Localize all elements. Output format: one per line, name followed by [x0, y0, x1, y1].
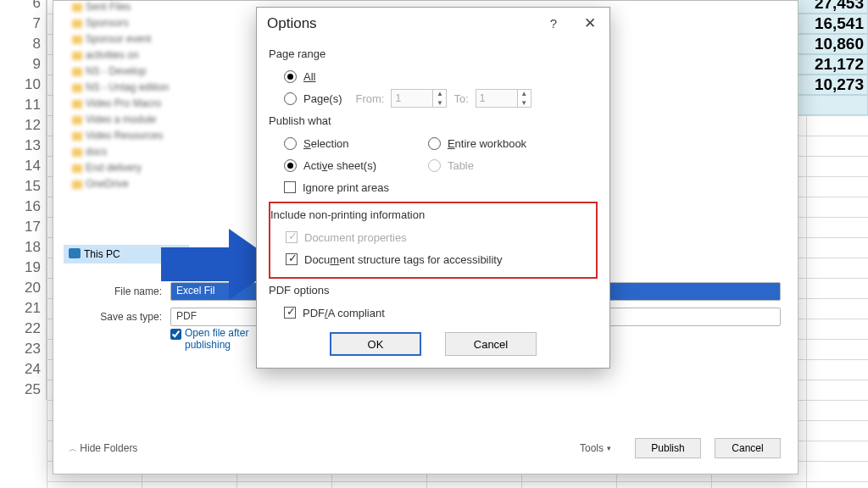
folder-item[interactable]: OneDrive: [67, 178, 186, 194]
radio-table: Table: [428, 154, 526, 176]
folder-item[interactable]: Video Resources: [67, 130, 186, 146]
cell[interactable]: 16,541: [793, 14, 868, 34]
row-header[interactable]: 23: [0, 339, 47, 359]
dialog-title: Options: [267, 15, 317, 32]
close-icon[interactable]: ✕: [581, 14, 599, 32]
save-type-label: Save as type:: [87, 311, 170, 323]
row-header[interactable]: 13: [0, 136, 47, 156]
radio-entire-workbook[interactable]: Entire workbook: [428, 132, 526, 154]
row-header[interactable]: 20: [0, 278, 47, 298]
row-header[interactable]: 12: [0, 115, 47, 136]
row-header[interactable]: 24: [0, 359, 47, 380]
row-header[interactable]: 22: [0, 319, 47, 339]
to-label: To:: [453, 92, 468, 105]
cell[interactable]: 10,860: [793, 34, 868, 54]
row-header[interactable]: 17: [0, 217, 47, 237]
cell[interactable]: 10,273: [793, 75, 868, 95]
nonprint-title: Include non-printing information: [270, 208, 593, 221]
cell[interactable]: [793, 95, 868, 115]
tools-menu[interactable]: Tools▾: [580, 442, 611, 454]
sidebar-item-this-pc[interactable]: This PC: [64, 245, 189, 263]
folder-item[interactable]: NS - Develop: [67, 65, 186, 81]
highlighted-section: Include non-printing information Documen…: [269, 202, 598, 279]
help-icon[interactable]: ?: [550, 16, 557, 30]
row-header[interactable]: 11: [0, 95, 47, 115]
folder-item[interactable]: docs: [67, 146, 186, 162]
to-spinner[interactable]: ▲▼: [476, 89, 531, 108]
folder-item[interactable]: End delivery: [67, 162, 186, 178]
folder-item[interactable]: activities on: [67, 49, 186, 65]
row-header[interactable]: 10: [0, 75, 47, 95]
folder-item[interactable]: Sponsors: [67, 17, 186, 33]
ok-button[interactable]: OK: [330, 332, 421, 356]
row-header[interactable]: 25: [0, 380, 47, 400]
row-header[interactable]: 14: [0, 156, 47, 176]
folder-tree[interactable]: Sent FilesSponsorsSponsor eventactivitie…: [67, 1, 186, 194]
cell[interactable]: 27,453: [793, 0, 868, 14]
folder-item[interactable]: Video Pro Macro: [67, 97, 186, 114]
row-header[interactable]: 21: [0, 298, 47, 319]
cell[interactable]: 21,172: [793, 54, 868, 75]
from-label: From:: [356, 92, 385, 105]
row-header[interactable]: 9: [0, 54, 47, 75]
check-pdfa[interactable]: PDF/A compliant: [284, 302, 598, 324]
radio-selection[interactable]: Selection: [284, 132, 389, 154]
check-doc-structure[interactable]: Document structure tags for accessibilit…: [286, 248, 593, 270]
publish-button[interactable]: Publish: [635, 438, 701, 458]
row-header[interactable]: 8: [0, 34, 47, 54]
radio-all[interactable]: All: [284, 65, 598, 87]
folder-item[interactable]: Video a module: [67, 114, 186, 130]
folder-item[interactable]: Sent Files: [67, 1, 186, 17]
row-header[interactable]: 16: [0, 197, 47, 217]
from-spinner[interactable]: ▲▼: [391, 89, 447, 108]
row-header[interactable]: 7: [0, 14, 47, 34]
hide-folders-toggle[interactable]: ︿ Hide Folders: [69, 442, 137, 455]
row-header[interactable]: 19: [0, 258, 47, 278]
folder-item[interactable]: Sponsor event: [67, 33, 186, 49]
publish-what-title: Publish what: [269, 114, 598, 127]
file-name-label: File name:: [87, 286, 170, 297]
row-header[interactable]: 6: [0, 0, 47, 14]
check-doc-properties: Document properties: [286, 226, 593, 248]
pdf-options-title: PDF options: [269, 284, 598, 297]
radio-pages[interactable]: Page(s) From: ▲▼ To: ▲▼: [284, 87, 598, 109]
this-pc-label: This PC: [84, 248, 120, 260]
row-header[interactable]: 15: [0, 176, 47, 197]
check-ignore-print[interactable]: Ignore print areas: [284, 176, 389, 198]
options-dialog: Options ? ✕ Page range All Page(s) From:…: [256, 7, 610, 369]
cancel-button[interactable]: Cancel: [445, 332, 537, 356]
row-header[interactable]: 18: [0, 237, 47, 258]
page-range-title: Page range: [269, 47, 598, 60]
folder-item[interactable]: NS - Untag edition: [67, 81, 186, 97]
radio-active-sheets[interactable]: Active sheet(s): [284, 154, 389, 176]
open-after-checkbox[interactable]: Open file after publishing: [170, 327, 261, 352]
cancel-button-save[interactable]: Cancel: [715, 438, 781, 458]
